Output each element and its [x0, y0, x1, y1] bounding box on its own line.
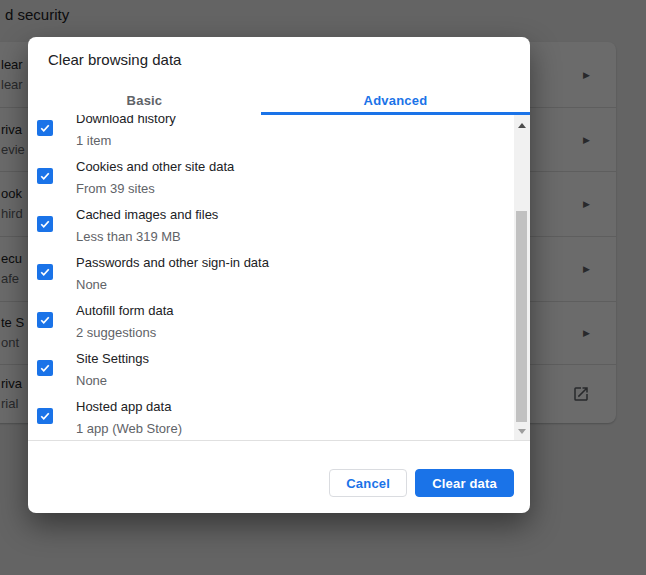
screen: d security lear lear ▶ riva evie ▶ ook h…: [0, 0, 646, 575]
checkbox-checked[interactable]: [37, 216, 53, 232]
check-icon: [39, 266, 51, 278]
item-detail: 2 suggestions: [76, 325, 156, 340]
list-item-cookies[interactable]: Cookies and other site data From 39 site…: [28, 155, 530, 203]
item-label: Hosted app data: [76, 399, 171, 414]
item-label: Cookies and other site data: [76, 159, 234, 174]
check-icon: [39, 218, 51, 230]
list-item-autofill[interactable]: Autofill form data 2 suggestions: [28, 299, 530, 347]
item-detail: None: [76, 373, 107, 388]
item-label: Passwords and other sign-in data: [76, 255, 269, 270]
checkbox-checked[interactable]: [37, 360, 53, 376]
tab-advanced[interactable]: Advanced: [261, 86, 530, 115]
check-icon: [39, 122, 51, 134]
scrollbar[interactable]: [514, 115, 530, 440]
check-icon: [39, 314, 51, 326]
item-label: Site Settings: [76, 351, 149, 366]
tab-basic-label: Basic: [127, 93, 163, 108]
item-detail: From 39 sites: [76, 181, 155, 196]
item-label: Cached images and files: [76, 207, 218, 222]
data-types-list-viewport: Download history 1 item Cookies and othe…: [28, 115, 530, 440]
dialog-title: Clear browsing data: [48, 51, 181, 68]
check-icon: [39, 362, 51, 374]
item-detail: 1 item: [76, 133, 111, 148]
item-label: Download history: [76, 115, 176, 126]
cancel-button[interactable]: Cancel: [329, 469, 407, 497]
item-detail: None: [76, 277, 107, 292]
dialog-footer: Cancel Clear data: [28, 440, 530, 513]
checkbox-checked[interactable]: [37, 264, 53, 280]
item-detail: Less than 319 MB: [76, 229, 181, 244]
list-item-hosted-app-data[interactable]: Hosted app data 1 app (Web Store): [28, 395, 530, 440]
scroll-down-arrow-icon[interactable]: [518, 429, 526, 434]
checkbox-checked[interactable]: [37, 120, 53, 136]
data-types-list: Download history 1 item Cookies and othe…: [28, 115, 530, 440]
check-icon: [39, 410, 51, 422]
list-item-site-settings[interactable]: Site Settings None: [28, 347, 530, 395]
clear-data-button[interactable]: Clear data: [415, 469, 514, 497]
tab-advanced-label: Advanced: [364, 93, 428, 108]
checkbox-checked[interactable]: [37, 312, 53, 328]
list-item-cached-images[interactable]: Cached images and files Less than 319 MB: [28, 203, 530, 251]
list-item-download-history[interactable]: Download history 1 item: [28, 115, 530, 155]
check-icon: [39, 170, 51, 182]
list-item-passwords[interactable]: Passwords and other sign-in data None: [28, 251, 530, 299]
item-detail: 1 app (Web Store): [76, 421, 182, 436]
checkbox-checked[interactable]: [37, 168, 53, 184]
tab-bar: Basic Advanced: [28, 86, 530, 115]
item-label: Autofill form data: [76, 303, 174, 318]
clear-browsing-data-dialog: Clear browsing data Basic Advanced Downl…: [28, 37, 530, 513]
checkbox-checked[interactable]: [37, 408, 53, 424]
scrollbar-thumb[interactable]: [516, 211, 527, 422]
scroll-up-arrow-icon[interactable]: [518, 123, 526, 128]
tab-basic[interactable]: Basic: [28, 86, 261, 115]
